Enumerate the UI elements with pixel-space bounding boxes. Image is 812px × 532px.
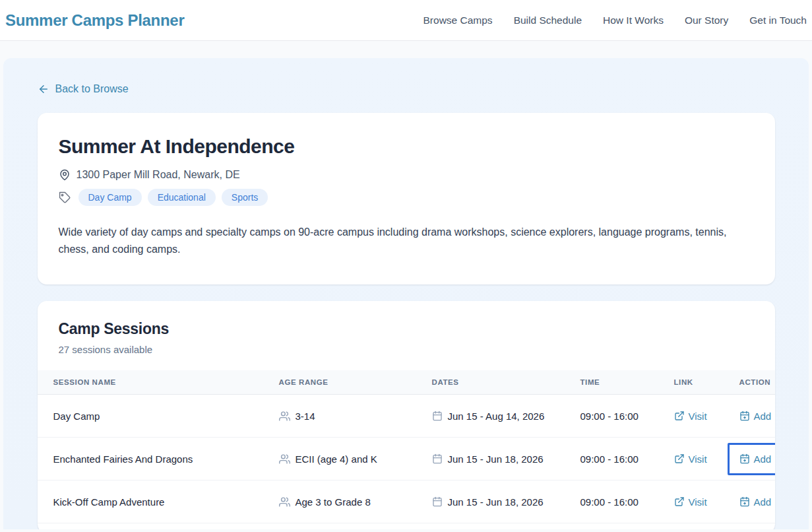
users-icon	[279, 453, 290, 465]
age-range: Age 3 to Grade 8	[296, 496, 371, 508]
calendar-icon	[432, 411, 443, 421]
app-logo[interactable]: Summer Camps Planner	[5, 11, 184, 30]
add-button[interactable]: Add	[739, 496, 772, 508]
col-link: LINK	[658, 378, 724, 386]
users-icon	[279, 411, 290, 422]
nav-our-story[interactable]: Our Story	[685, 15, 728, 26]
agent-highlight-box: Add	[728, 443, 775, 475]
external-link-icon	[674, 496, 685, 507]
tag-icon	[59, 191, 71, 204]
camp-location: 1300 Paper Mill Road, Newark, DE	[77, 169, 240, 181]
sessions-table: SESSION NAME AGE RANGE DATES TIME LINK A…	[38, 370, 775, 523]
session-time: 09:00 - 16:00	[580, 411, 639, 422]
table-row: Enchanted Fairies And Dragons ECII (age …	[38, 438, 775, 481]
add-label: Add	[754, 496, 772, 508]
session-dates: Jun 15 - Aug 14, 2026	[448, 411, 545, 422]
add-label: Add	[754, 411, 772, 422]
nav-browse-camps[interactable]: Browse Camps	[423, 15, 493, 26]
calendar-plus-icon	[739, 411, 750, 421]
table-body: Day Camp 3-14 Jun 15 - Aug 14, 2026 09:0…	[38, 395, 775, 523]
users-icon	[279, 496, 290, 508]
session-dates: Jun 15 - Jun 18, 2026	[448, 453, 544, 465]
camp-description: Wide variety of day camps and specialty …	[59, 224, 751, 258]
session-name: Day Camp	[53, 411, 100, 422]
nav-build-schedule[interactable]: Build Schedule	[514, 15, 582, 26]
table-row: Day Camp 3-14 Jun 15 - Aug 14, 2026 09:0…	[38, 395, 775, 438]
table-row: Kick-Off Camp Adventure Age 3 to Grade 8…	[38, 481, 775, 523]
session-name: Enchanted Fairies And Dragons	[53, 453, 193, 465]
session-time: 09:00 - 16:00	[580, 496, 639, 508]
camp-sessions-card: Camp Sessions 27 sessions available SESS…	[38, 301, 775, 529]
add-label: Add	[754, 453, 772, 465]
visit-label: Visit	[689, 411, 707, 422]
calendar-plus-icon	[739, 453, 750, 464]
nav-get-in-touch[interactable]: Get in Touch	[749, 15, 807, 26]
content-panel: Back to Browse Summer At Independence 13…	[3, 58, 809, 529]
add-button[interactable]: Add	[739, 453, 772, 465]
visit-label: Visit	[689, 496, 707, 508]
nav-how-it-works[interactable]: How It Works	[603, 15, 664, 26]
sessions-title: Camp Sessions	[59, 320, 754, 338]
calendar-icon	[432, 453, 443, 464]
calendar-icon	[432, 496, 443, 507]
session-time: 09:00 - 16:00	[580, 453, 639, 465]
back-link-label: Back to Browse	[55, 83, 129, 95]
age-range: ECII (age 4) and K	[296, 453, 377, 465]
tags-holder: Day CampEducationalSports	[78, 189, 268, 206]
tag-educational[interactable]: Educational	[148, 189, 216, 206]
arrow-left-icon	[38, 83, 49, 95]
sessions-count: 27 sessions available	[59, 344, 754, 355]
tag-day-camp[interactable]: Day Camp	[78, 189, 142, 206]
external-link-icon	[674, 453, 685, 464]
visit-link[interactable]: Visit	[674, 411, 707, 422]
main-nav: Browse CampsBuild ScheduleHow It WorksOu…	[423, 15, 807, 26]
camp-location-row: 1300 Paper Mill Road, Newark, DE	[59, 169, 754, 181]
visit-link[interactable]: Visit	[674, 453, 707, 465]
camp-tags-row: Day CampEducationalSports	[59, 189, 754, 206]
col-dates: DATES	[416, 378, 565, 386]
calendar-plus-icon	[739, 496, 750, 507]
table-header-row: SESSION NAME AGE RANGE DATES TIME LINK A…	[38, 370, 775, 395]
camp-title: Summer At Independence	[59, 135, 754, 158]
col-session-name: SESSION NAME	[38, 378, 263, 386]
col-time: TIME	[565, 378, 658, 386]
age-range: 3-14	[296, 411, 315, 422]
visit-label: Visit	[689, 453, 707, 465]
site-header: Summer Camps Planner Browse CampsBuild S…	[0, 0, 812, 41]
external-link-icon	[674, 411, 685, 421]
col-age-range: AGE RANGE	[263, 378, 416, 386]
add-button[interactable]: Add	[739, 411, 772, 422]
back-to-browse-link[interactable]: Back to Browse	[38, 83, 129, 95]
col-action: ACTION	[724, 378, 775, 386]
session-name: Kick-Off Camp Adventure	[53, 496, 165, 508]
visit-link[interactable]: Visit	[674, 496, 707, 508]
tag-sports[interactable]: Sports	[222, 189, 268, 206]
camp-info-card: Summer At Independence 1300 Paper Mill R…	[38, 113, 775, 284]
session-dates: Jun 15 - Jun 18, 2026	[448, 496, 544, 508]
map-pin-icon	[59, 169, 71, 181]
